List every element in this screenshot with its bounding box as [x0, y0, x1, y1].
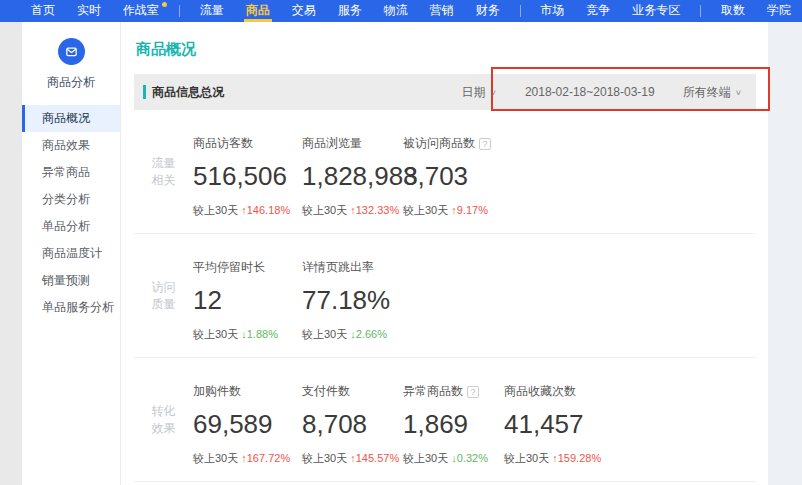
- nav-item-academy[interactable]: 学院: [756, 0, 802, 22]
- metric-product-pageviews: 商品浏览量 1,828,988 较上30天↑132.33%: [302, 135, 403, 218]
- row-group-label: 流量相关: [134, 135, 193, 218]
- metric-row-visit-quality: 访问质量 平均停留时长 12 较上30天↓1.88% 详情页跳出率 77.18%…: [134, 234, 756, 358]
- metric-avg-stay-time: 平均停留时长 12 较上30天↓1.88%: [193, 259, 302, 342]
- nav-item-home[interactable]: 首页: [20, 0, 66, 22]
- metric-abnormal-products: 异常商品数? 1,869 较上30天↓0.32%: [403, 383, 504, 466]
- section-title: 商品信息总况: [152, 84, 224, 101]
- left-gutter: [0, 22, 22, 485]
- sidebar: 商品分析 商品概况 商品效果 异常商品 分类分析 单品分析 商品温度计 销量预测…: [22, 22, 121, 485]
- nav-item-finance[interactable]: 财务: [465, 0, 511, 22]
- main-content: 商品概况 商品信息总况 日期 ∨ 2018-02-18~2018-03-19 所…: [121, 22, 768, 485]
- right-gutter: [768, 22, 802, 485]
- metric-detail-bounce-rate: 详情页跳出率 77.18% 较上30天↓2.66%: [302, 259, 403, 342]
- nav-item-product[interactable]: 商品: [235, 0, 281, 22]
- terminal-dropdown[interactable]: 所有终端 ∨: [683, 84, 742, 101]
- nav-divider: [520, 5, 521, 17]
- nav-item-warroom[interactable]: 作战室: [112, 0, 170, 22]
- section-marker: [143, 85, 146, 99]
- metric-paid-items: 支付件数 8,708 较上30天↑145.57%: [302, 383, 403, 466]
- sidebar-item-product-overview[interactable]: 商品概况: [22, 105, 120, 132]
- metrics-table: 流量相关 商品访客数 516,506 较上30天↑146.18% 商品浏览量 1…: [134, 110, 756, 482]
- help-icon[interactable]: ?: [467, 386, 479, 398]
- nav-item-logistics[interactable]: 物流: [373, 0, 419, 22]
- sidebar-item-sales-forecast[interactable]: 销量预测: [22, 267, 120, 294]
- nav-item-market[interactable]: 市场: [529, 0, 575, 22]
- nav-item-traffic[interactable]: 流量: [189, 0, 235, 22]
- nav-item-realtime[interactable]: 实时: [66, 0, 112, 22]
- page-title: 商品概况: [136, 40, 768, 59]
- sidebar-item-product-thermometer[interactable]: 商品温度计: [22, 240, 120, 267]
- nav-divider: [700, 5, 701, 17]
- metric-product-visitors: 商品访客数 516,506 较上30天↑146.18%: [193, 135, 302, 218]
- sidebar-item-single-product-service[interactable]: 单品服务分析: [22, 294, 120, 321]
- sidebar-item-abnormal-products[interactable]: 异常商品: [22, 159, 120, 186]
- sidebar-group-title: 商品分析: [22, 74, 120, 91]
- sidebar-item-product-effect[interactable]: 商品效果: [22, 132, 120, 159]
- metric-product-favorites: 商品收藏次数 41,457 较上30天↑159.28%: [504, 383, 605, 466]
- help-icon[interactable]: ?: [479, 138, 491, 150]
- filter-group: 日期 ∨ 2018-02-18~2018-03-19 所有终端 ∨: [462, 84, 742, 101]
- top-nav: 首页 实时 作战室 流量 商品 交易 服务 物流 营销 财务 市场 竞争 业务专…: [0, 0, 802, 22]
- nav-divider: [179, 5, 180, 17]
- nav-item-competition[interactable]: 竞争: [575, 0, 621, 22]
- sidebar-item-single-product-analysis[interactable]: 单品分析: [22, 213, 120, 240]
- date-range-picker[interactable]: 2018-02-18~2018-03-19: [525, 85, 655, 99]
- metric-visited-products: 被访问商品数? 3,703 较上30天↑9.17%: [403, 135, 504, 218]
- metric-row-traffic: 流量相关 商品访客数 516,506 较上30天↑146.18% 商品浏览量 1…: [134, 110, 756, 234]
- row-group-label: 转化效果: [134, 383, 193, 466]
- metric-row-conversion: 转化效果 加购件数 69,589 较上30天↑167.72% 支付件数 8,70…: [134, 358, 756, 482]
- nav-item-business-zone[interactable]: 业务专区: [621, 0, 691, 22]
- notification-dot-icon: [162, 2, 167, 7]
- chevron-down-icon: ∨: [490, 88, 497, 97]
- nav-item-data-extract[interactable]: 取数: [710, 0, 756, 22]
- product-analysis-icon: [58, 38, 85, 65]
- sidebar-header: 商品分析: [22, 22, 120, 105]
- metric-cart-adds: 加购件数 69,589 较上30天↑167.72%: [193, 383, 302, 466]
- nav-item-marketing[interactable]: 营销: [419, 0, 465, 22]
- nav-item-trade[interactable]: 交易: [281, 0, 327, 22]
- nav-item-service[interactable]: 服务: [327, 0, 373, 22]
- sidebar-item-category-analysis[interactable]: 分类分析: [22, 186, 120, 213]
- section-header-bar: 商品信息总况 日期 ∨ 2018-02-18~2018-03-19 所有终端 ∨: [134, 74, 756, 110]
- date-type-dropdown[interactable]: 日期 ∨: [462, 84, 497, 101]
- row-group-label: 访问质量: [134, 259, 193, 342]
- chevron-down-icon: ∨: [735, 88, 742, 97]
